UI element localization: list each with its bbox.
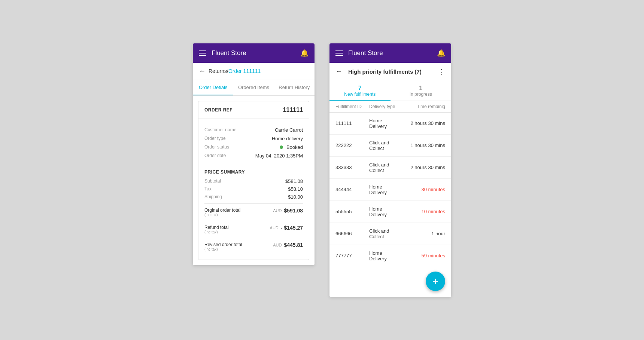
right-app-title: Fluent Store: [348, 49, 437, 57]
new-fulfillments-count: 7: [331, 85, 389, 92]
total-original: Orginal order total (inc tax) AUD $591.0…: [204, 208, 303, 217]
status-dot-green: [280, 146, 283, 149]
fulfillment-table-header: Fulfillment ID Delivery type Time remain…: [329, 101, 451, 113]
breadcrumb-bar: ← Returns/ Order 111111: [193, 63, 315, 80]
label-status: Order status: [204, 144, 229, 150]
fab-add-button[interactable]: +: [426, 272, 445, 291]
fulfillment-title: High priority fulfillments (7): [348, 68, 438, 75]
back-arrow-right[interactable]: ←: [335, 68, 342, 76]
tab-ordered-items[interactable]: Ordered Items: [233, 80, 274, 95]
price-shipping: Shipping $10.00: [204, 194, 303, 200]
in-progress-label: In progress: [392, 92, 450, 97]
hamburger-icon[interactable]: [199, 50, 206, 56]
table-row[interactable]: 333333 Click and Collect 2 hours 30 mins: [329, 157, 451, 179]
breadcrumb-prefix: Returns/: [209, 68, 228, 74]
label-subtotal: Subtotal: [204, 178, 221, 184]
price-subtotal: Subtotal $581.08: [204, 178, 303, 184]
sublabel-revised-total: (inc tax): [204, 247, 242, 251]
table-row[interactable]: 222222 Click and Collect 1 hours 30 mins: [329, 135, 451, 157]
fulfillment-tabs: 7 New fulfillments 1 In progress: [329, 81, 451, 101]
order-ref-label: ORDER REF: [204, 107, 233, 113]
new-fulfillments-label: New fulfillments: [331, 92, 389, 97]
label-customer: Customer name: [204, 127, 236, 132]
col-header-id: Fulfillment ID: [335, 104, 369, 109]
price-summary-section: PRICE SUMMARY Subtotal $581.08 Tax $58.1…: [198, 164, 309, 260]
hamburger-icon-right[interactable]: [335, 50, 343, 56]
order-ref-value: 111111: [283, 107, 303, 113]
price-tax: Tax $58.10: [204, 186, 303, 192]
bell-icon-right[interactable]: 🔔: [437, 49, 445, 57]
price-summary-title: PRICE SUMMARY: [204, 169, 303, 175]
value-customer: Carrie Carrot: [275, 127, 303, 133]
order-details-section: Customer name Carrie Carrot Order type H…: [198, 119, 309, 164]
total-refund: Refund total (inc tax) AUD - $145.27: [204, 225, 303, 234]
right-top-bar: Fluent Store 🔔: [329, 43, 451, 63]
detail-customer: Customer name Carrie Carrot: [204, 127, 303, 133]
value-refund-total: - $145.27: [281, 225, 303, 231]
in-progress-count: 1: [392, 85, 450, 92]
table-row[interactable]: 777777 Home Delivery 59 minutes: [329, 245, 451, 267]
tab-in-progress[interactable]: 1 In progress: [391, 81, 452, 101]
label-order-type: Order type: [204, 136, 226, 141]
breadcrumb-link[interactable]: Order 111111: [228, 68, 261, 74]
total-revised: Revised order total (inc tax) AUD $445.8…: [204, 242, 303, 251]
label-shipping: Shipping: [204, 194, 222, 200]
fulfillment-header: ← High priority fulfillments (7) ⋮: [329, 63, 451, 81]
fulfillment-table-body: 111111 Home Delivery 2 hours 30 mins 222…: [329, 113, 451, 267]
label-tax: Tax: [204, 186, 212, 192]
tab-new-fulfillments[interactable]: 7 New fulfillments: [329, 81, 391, 101]
screen-container: Fluent Store 🔔 ← Returns/ Order 111111 O…: [193, 43, 451, 297]
detail-order-type: Order type Home delivery: [204, 136, 303, 141]
value-order-type: Home delivery: [272, 136, 303, 141]
currency-original: AUD: [273, 208, 282, 213]
currency-refund: AUD: [270, 226, 279, 230]
status-text: Booked: [286, 144, 303, 150]
value-original-total: $591.08: [284, 208, 303, 214]
detail-status: Order status Booked: [204, 144, 303, 150]
bell-icon-left[interactable]: 🔔: [300, 49, 309, 57]
sublabel-refund-total: (inc tax): [204, 230, 229, 234]
left-app-title: Fluent Store: [212, 49, 300, 57]
col-header-delivery: Delivery type: [369, 104, 400, 109]
more-options-icon[interactable]: ⋮: [438, 67, 445, 76]
col-header-time: Time remainig: [400, 104, 445, 109]
tab-order-details[interactable]: Order Detials: [193, 80, 233, 95]
left-top-bar: Fluent Store 🔔: [193, 43, 315, 63]
currency-revised: AUD: [273, 243, 282, 247]
value-tax: $58.10: [288, 186, 303, 192]
value-shipping: $10.00: [288, 194, 303, 200]
value-subtotal: $581.08: [285, 178, 303, 184]
back-arrow-left[interactable]: ←: [199, 67, 206, 75]
order-ref-section: ORDER REF 111111: [198, 101, 309, 119]
detail-date: Order date May 04, 2020 1:35PM: [204, 153, 303, 159]
label-original-total: Orginal order total: [204, 208, 240, 213]
table-row[interactable]: 555555 Home Delivery 10 minutes: [329, 201, 451, 223]
sublabel-original-total: (inc tax): [204, 213, 240, 217]
tab-return-history[interactable]: Return History: [274, 80, 315, 95]
table-row[interactable]: 444444 Home Delivery 30 minutes: [329, 179, 451, 201]
order-card: ORDER REF 111111 Customer name Carrie Ca…: [198, 101, 309, 260]
value-date: May 04, 2020 1:35PM: [255, 153, 303, 159]
left-screen: Fluent Store 🔔 ← Returns/ Order 111111 O…: [193, 43, 315, 265]
right-screen: Fluent Store 🔔 ← High priority fulfillme…: [329, 43, 451, 297]
table-row[interactable]: 111111 Home Delivery 2 hours 30 mins: [329, 113, 451, 135]
label-revised-total: Revised order total: [204, 242, 242, 247]
value-revised-total: $445.81: [284, 242, 303, 248]
label-refund-total: Refund total: [204, 225, 229, 230]
value-status: Booked: [280, 144, 303, 150]
table-row[interactable]: 666666 Click and Collect 1 hour: [329, 223, 451, 245]
label-date: Order date: [204, 153, 226, 158]
order-tabs: Order Detials Ordered Items Return Histo…: [193, 80, 315, 96]
